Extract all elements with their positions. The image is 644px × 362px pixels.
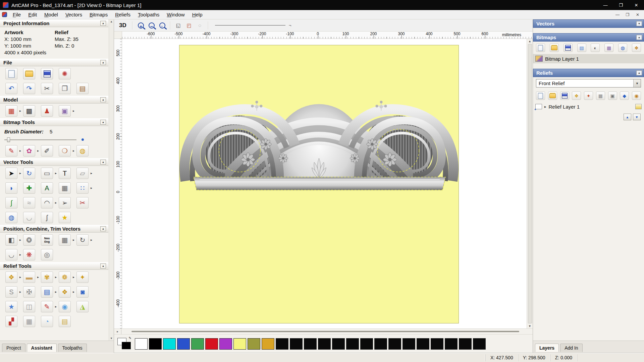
expand-icon[interactable]: ▸ (544, 105, 546, 109)
texture-relief-icon[interactable]: ◉ (59, 301, 71, 312)
swatch-black-11[interactable] (402, 338, 415, 350)
vertical-scrollbar[interactable]: ▲ ▼ (527, 39, 533, 328)
swatch-black-7[interactable] (346, 338, 359, 350)
collapse-vector-tools-button[interactable]: ▴ (100, 160, 106, 165)
menu-help[interactable]: Help (189, 11, 206, 18)
swatch-red[interactable] (205, 338, 218, 350)
zoom-window-icon[interactable]: ▫ (157, 21, 167, 30)
swatch-black[interactable] (149, 338, 162, 350)
collapse-reliefs-button[interactable]: ▴ (636, 70, 642, 75)
spiral-icon[interactable]: ◎ (41, 249, 53, 260)
zoom-objects-icon[interactable]: ◰ (184, 21, 194, 30)
create-star-icon[interactable]: ★ (59, 212, 71, 223)
slider-track[interactable] (4, 139, 76, 140)
sculpting-icon[interactable]: ✾ (41, 272, 53, 283)
save-model-icon[interactable] (41, 68, 53, 79)
scroll-up-icon[interactable]: ▲ (110, 20, 113, 23)
scroll-down-icon[interactable]: ▼ (528, 324, 531, 328)
freehand-polyline-icon[interactable]: ≈ (23, 197, 35, 208)
emboss-wizard-icon[interactable]: ✦ (584, 92, 593, 100)
decoration-icon[interactable]: ❖ (572, 92, 581, 100)
horizontal-scrollbar[interactable]: ▸ (114, 328, 533, 334)
star-relief-icon[interactable]: ★ (5, 301, 17, 312)
angled-plane-icon[interactable]: ✦ (76, 272, 89, 283)
horizontal-scroll-thumb[interactable] (131, 331, 519, 332)
cut-icon[interactable]: ✂ (41, 83, 53, 94)
create-grid-icon[interactable]: ▦ (59, 182, 71, 194)
load-relief-icon[interactable] (548, 92, 557, 100)
tab-add-in[interactable]: Add In (560, 344, 582, 352)
paint-relief-icon[interactable]: ✎ (41, 301, 53, 312)
wedge-icon[interactable]: ◮ (76, 301, 89, 312)
swatch-black-2[interactable] (276, 338, 288, 350)
scroll-down-icon[interactable]: ▼ (110, 337, 113, 340)
horizontal-scroll-track[interactable] (121, 329, 533, 334)
rotate-copy-icon[interactable]: ↻ (76, 234, 89, 246)
greyscale-icon[interactable]: ◐ (591, 44, 600, 52)
new-relief-icon[interactable] (536, 92, 545, 100)
view-3d-button[interactable]: 3D (117, 22, 129, 29)
profile-icon[interactable]: ʃ (41, 212, 53, 223)
nesting-icon[interactable]: Nes ting (41, 234, 53, 246)
new-model-icon[interactable] (5, 68, 17, 79)
paint-icon[interactable]: ✎ (5, 145, 17, 157)
collapse-bitmap-tools-button[interactable]: ▴ (100, 120, 106, 125)
save-bitmap-icon[interactable] (564, 44, 573, 52)
brush-diameter-slider[interactable] (4, 137, 76, 142)
transparency-icon[interactable]: ◍ (618, 44, 627, 52)
flood-fill-icon[interactable]: ✿ (23, 145, 35, 157)
load-image-icon[interactable]: ▣ (59, 105, 71, 117)
smooth-relief-icon[interactable]: ▬ (23, 272, 35, 283)
move-layer-down-button[interactable]: ▼ (633, 114, 641, 120)
slider-thumb[interactable] (7, 137, 10, 142)
angled-polyline-icon[interactable]: ➢ (59, 197, 71, 208)
collapse-file-button[interactable]: ▴ (100, 60, 106, 65)
model-canvas[interactable] (179, 45, 459, 323)
two-rail-ring-icon[interactable]: ▞ (5, 316, 17, 327)
combo-dropdown-icon[interactable]: ▼ (633, 79, 641, 87)
close-button[interactable]: ✕ (629, 0, 644, 10)
edit-bitmap-icon[interactable]: ▩ (604, 44, 613, 52)
paste-along-curve-icon[interactable]: ∷ (76, 182, 89, 194)
line-width-selector[interactable] (215, 22, 285, 29)
colour-picker-icon[interactable]: ✐ (41, 145, 53, 157)
select-vectors-icon[interactable]: ➤ (5, 168, 17, 179)
envelope-icon[interactable]: ◫ (23, 301, 35, 312)
swatch-black-10[interactable] (388, 338, 401, 350)
swatch-cyan[interactable] (163, 338, 176, 350)
collapse-project-info-button[interactable]: ▴ (100, 21, 106, 26)
colour-reduce-icon[interactable]: ❖ (632, 44, 641, 52)
menu-window[interactable]: Window (163, 11, 188, 18)
vector-doctor-icon[interactable]: ◗ (5, 182, 17, 194)
copy-icon[interactable]: ❐ (59, 83, 71, 94)
primary-colour-swatch[interactable]: ✎ (117, 337, 132, 351)
open-bitmap-icon[interactable] (550, 44, 559, 52)
redo-icon[interactable]: ↷ (23, 83, 35, 94)
collapse-vectors-button[interactable]: ▾ (636, 21, 642, 26)
collapse-model-button[interactable]: ▴ (100, 97, 106, 102)
swatch-blue[interactable] (177, 338, 190, 350)
swatch-black-14[interactable] (445, 338, 458, 350)
stack-icon[interactable]: ▤ (59, 316, 71, 327)
new-bitmap-icon[interactable] (536, 44, 545, 52)
zoom-out-icon[interactable]: − (147, 21, 156, 30)
set-model-size-icon[interactable]: ▦ (5, 105, 17, 117)
menu-edit[interactable]: Edit (24, 11, 41, 18)
swatch-white[interactable] (135, 338, 148, 350)
swatch-black-4[interactable] (304, 338, 317, 350)
mesh-icon[interactable]: ▦ (23, 316, 35, 327)
create-text-icon[interactable]: T (59, 168, 71, 179)
menu-reliefs[interactable]: Reliefs (111, 11, 134, 18)
swatch-black-9[interactable] (374, 338, 387, 350)
weave-vectors-icon[interactable]: ❋ (23, 249, 35, 260)
zoom-last-icon[interactable]: ◌ (195, 21, 205, 30)
import-export-icon[interactable]: ✺ (59, 68, 71, 79)
swept-profile-icon[interactable]: S (5, 286, 17, 298)
swatch-gold[interactable] (262, 338, 274, 350)
swatch-black-3[interactable] (290, 338, 303, 350)
create-rectangle-icon[interactable]: ▭ (41, 168, 53, 179)
undo-icon[interactable]: ↶ (5, 83, 17, 94)
swatch-black-13[interactable] (431, 338, 443, 350)
swatch-olive[interactable] (248, 338, 260, 350)
swatch-green[interactable] (191, 338, 204, 350)
